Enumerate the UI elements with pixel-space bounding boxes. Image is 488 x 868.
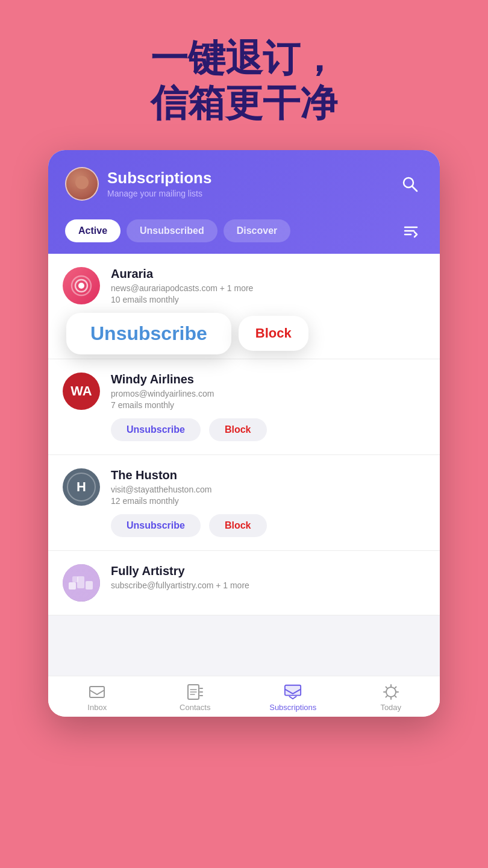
windy-name: Windy Airlines (111, 373, 425, 386)
huston-inner: H (67, 473, 96, 502)
hero-line2: 信箱更干净 (151, 82, 337, 124)
sub-item-auraria: Auraria news@aurariapodcasts.com + 1 mor… (48, 254, 440, 359)
inbox-icon (88, 684, 106, 700)
app-card: Subscriptions Manage your mailing lists … (48, 150, 440, 717)
header-title: Subscriptions (107, 169, 211, 187)
windy-logo: WA (63, 373, 100, 410)
header-title-group: Subscriptions Manage your mailing lists (107, 169, 211, 198)
header-top: Subscriptions Manage your mailing lists (65, 167, 423, 201)
huston-logo: H (63, 468, 100, 506)
sort-button[interactable] (399, 219, 423, 243)
nav-today-label: Today (380, 703, 401, 712)
header-left: Subscriptions Manage your mailing lists (65, 167, 211, 201)
sub-item-artistry: Fully Artistry subscribe@fullyartistry.c… (48, 551, 440, 615)
artistry-name: Fully Artistry (111, 564, 425, 578)
auraria-logo (63, 267, 100, 304)
huston-info: The Huston visit@stayatthehuston.com 12 … (111, 468, 425, 506)
svg-line-31 (386, 696, 387, 697)
auraria-freq: 10 emails monthly (111, 295, 425, 304)
floating-action-row: Unsubscribe Block (66, 313, 308, 354)
huston-freq: 12 emails monthly (111, 496, 425, 506)
auraria-info: Auraria news@aurariapodcasts.com + 1 mor… (111, 267, 425, 304)
svg-line-28 (386, 687, 387, 688)
svg-rect-12 (72, 576, 78, 582)
huston-unsubscribe-button[interactable]: Unsubscribe (111, 514, 201, 537)
nav-subscriptions[interactable]: Subscriptions (269, 684, 317, 712)
nav-contacts[interactable]: Contacts (171, 684, 219, 712)
nav-inbox[interactable]: Inbox (73, 684, 121, 712)
sub-item-top: Fully Artistry subscribe@fullyartistry.c… (63, 564, 425, 602)
today-icon (382, 684, 400, 700)
svg-line-1 (412, 186, 417, 191)
auraria-email: news@aurariapodcasts.com + 1 more (111, 283, 425, 293)
nav-inbox-label: Inbox (87, 703, 107, 712)
app-header: Subscriptions Manage your mailing lists … (48, 150, 440, 254)
sub-item-top: WA Windy Airlines promos@windyairlines.c… (63, 373, 425, 410)
sub-item-top: Auraria news@aurariapodcasts.com + 1 mor… (63, 267, 425, 304)
nav-subscriptions-label: Subscriptions (269, 703, 316, 712)
huston-actions: Unsubscribe Block (111, 514, 425, 537)
svg-line-29 (395, 696, 396, 697)
hero-line1: 一键退订， (151, 37, 337, 79)
tab-unsubscribed[interactable]: Unsubscribed (127, 219, 217, 242)
windy-email: promos@windyairlines.com (111, 389, 425, 398)
artistry-info: Fully Artistry subscribe@fullyartistry.c… (111, 564, 425, 592)
tab-active[interactable]: Active (65, 219, 120, 242)
avatar[interactable] (65, 167, 99, 201)
svg-point-5 (78, 283, 84, 289)
svg-rect-11 (86, 581, 93, 590)
huston-block-button[interactable]: Block (209, 514, 267, 537)
floating-unsubscribe-button[interactable]: Unsubscribe (66, 313, 231, 354)
windy-block-button[interactable]: Block (209, 418, 267, 441)
windy-actions: Unsubscribe Block (111, 418, 425, 441)
artistry-logo (63, 564, 100, 602)
auraria-name: Auraria (111, 267, 425, 281)
sub-item-windy: WA Windy Airlines promos@windyairlines.c… (48, 359, 440, 455)
subscriptions-list: Auraria news@aurariapodcasts.com + 1 mor… (48, 254, 440, 676)
header-subtitle: Manage your mailing lists (107, 189, 211, 198)
svg-rect-9 (69, 582, 76, 590)
svg-point-23 (386, 687, 396, 697)
sub-item-top: H The Huston visit@stayatthehuston.com 1… (63, 468, 425, 506)
sub-item-huston: H The Huston visit@stayatthehuston.com 1… (48, 455, 440, 551)
search-button[interactable] (396, 171, 423, 197)
windy-info: Windy Airlines promos@windyairlines.com … (111, 373, 425, 410)
tab-discover[interactable]: Discover (224, 219, 291, 242)
huston-email: visit@stayatthehuston.com (111, 485, 425, 494)
nav-today[interactable]: Today (367, 684, 415, 712)
windy-freq: 7 emails monthly (111, 400, 425, 410)
hero-section: 一键退订， 信箱更干净 (0, 0, 488, 144)
floating-block-button[interactable]: Block (239, 316, 308, 351)
huston-name: The Huston (111, 468, 425, 482)
svg-line-30 (395, 687, 396, 688)
contacts-icon (186, 684, 204, 700)
subscriptions-icon (284, 684, 302, 700)
artistry-email: subscribe@fullyartistry.com + 1 more (111, 580, 425, 590)
windy-unsubscribe-button[interactable]: Unsubscribe (111, 418, 201, 441)
tabs-row: Active Unsubscribed Discover (65, 213, 423, 254)
nav-contacts-label: Contacts (180, 703, 210, 712)
bottom-nav: Inbox Contacts (48, 676, 440, 717)
